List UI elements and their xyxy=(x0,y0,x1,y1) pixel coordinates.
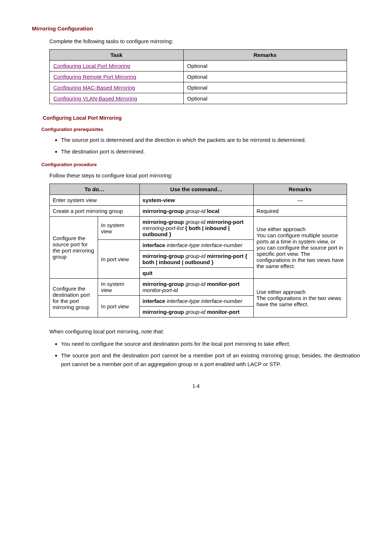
cmd-keyword: mirroring-group xyxy=(143,281,184,287)
cmd-arg: mirroring-port-list xyxy=(143,225,184,231)
prereq-list: The source port is determined and the di… xyxy=(61,136,360,156)
steps-header-remarks: Remarks xyxy=(253,184,347,195)
task-link-local[interactable]: Configuring Local Port Mirroring xyxy=(53,63,130,69)
cmd-keyword: mirroring-port xyxy=(207,219,244,225)
cmd-arg: interface-type interface-number xyxy=(167,242,242,248)
prereq-heading: Configuration prerequisites xyxy=(41,127,360,132)
cmd-arg: group-id xyxy=(185,309,205,315)
cmd-keyword: quit xyxy=(143,270,153,276)
tasks-table: Task Remarks Configuring Local Port Mirr… xyxy=(49,49,347,104)
cmd-keyword: interface xyxy=(143,298,166,304)
step-enter-remarks: — xyxy=(253,195,347,206)
steps-table: To do… Use the command… Remarks Enter sy… xyxy=(49,184,347,317)
step-enter-todo: Enter system view xyxy=(50,195,140,206)
step-dst-sys-cmd: mirroring-group group-id monitor-port mo… xyxy=(139,279,253,296)
step-dst-portview: In port view xyxy=(98,296,139,317)
section-heading-config: Mirroring Configuration xyxy=(32,25,360,32)
step-src-port-cmd: mirroring-group group-id mirroring-port … xyxy=(139,251,253,268)
step-dst-iface: interface interface-type interface-numbe… xyxy=(139,296,253,307)
procedure-heading: Configuration procedure xyxy=(41,162,360,167)
cmd-keyword: mirroring-port xyxy=(207,253,244,259)
step-src-quit: quit xyxy=(139,268,253,279)
tasks-header-remarks: Remarks xyxy=(183,50,347,61)
step-dst-port-cmd: mirroring-group group-id monitor-port xyxy=(139,307,253,317)
cmd-keyword: mirroring-group xyxy=(143,309,184,315)
step-create-cmd: mirroring-group group-id local xyxy=(139,206,253,217)
step-src-portview: In port view xyxy=(98,240,139,279)
step-dst-remarks: Use either approach The configurations i… xyxy=(253,279,347,317)
subsection-local: Configuring Local Port Mirroring xyxy=(32,115,360,121)
steps-header-command: Use the command… xyxy=(139,184,253,195)
cmd-keyword: mirroring-group xyxy=(143,208,184,214)
task-link-mac[interactable]: Configuring MAC-Based Mirroring xyxy=(53,85,135,91)
cmd-arg: group-id xyxy=(185,253,205,259)
step-dst-sysview: In system view xyxy=(98,279,139,296)
cmd-keyword: interface xyxy=(143,242,166,248)
cmd-arg: group-id xyxy=(185,219,205,225)
step-create-remarks: Required xyxy=(253,206,347,217)
follow-text: Follow these steps to configure local po… xyxy=(49,172,360,178)
task-remarks: Optional xyxy=(183,82,347,93)
note-list: You need to configure the source and des… xyxy=(61,340,360,369)
cmd-keyword: local xyxy=(207,208,219,214)
task-remarks: Optional xyxy=(183,61,347,71)
cmd-keyword: mirroring-group xyxy=(143,219,184,225)
task-remarks: Optional xyxy=(183,71,347,82)
note-item: The source port and the destination port… xyxy=(61,351,360,369)
prereq-item: The destination port is determined. xyxy=(61,147,360,156)
cmd-arg: group-id xyxy=(185,281,205,287)
cmd-arg: interface-type interface-number xyxy=(167,298,242,304)
note-intro: When configuring local port mirroring, n… xyxy=(49,328,360,335)
step-src-todo: Configure the source port for the port m… xyxy=(50,217,98,279)
step-create-todo: Create a port mirroring group xyxy=(50,206,140,217)
step-src-iface: interface interface-type interface-numbe… xyxy=(139,240,253,251)
note-item: You need to configure the source and des… xyxy=(61,340,360,348)
cmd-keyword: monitor-port xyxy=(207,309,240,315)
steps-header-todo: To do… xyxy=(50,184,140,195)
task-remarks: Optional xyxy=(183,93,347,104)
step-src-remarks: Use either approach You can configure mu… xyxy=(253,217,347,279)
step-src-sys-cmd: mirroring-group group-id mirroring-port … xyxy=(139,217,253,240)
step-enter-cmd: system-view xyxy=(139,195,253,206)
cmd-keyword: system-view xyxy=(143,197,175,203)
task-link-remote[interactable]: Configuring Remote Port Mirroring xyxy=(53,74,136,80)
cmd-keyword: monitor-port xyxy=(207,281,240,287)
cmd-arg: monitor-port-id xyxy=(143,287,178,293)
task-link-vlan[interactable]: Configuring VLAN-Based Mirroring xyxy=(53,95,137,102)
cmd-keyword: mirroring-group xyxy=(143,253,184,259)
intro-text: Complete the following tasks to configur… xyxy=(49,38,360,44)
step-dst-todo: Configure the destination port for the p… xyxy=(50,279,98,317)
prereq-item: The source port is determined and the di… xyxy=(61,136,360,144)
page-number: 1-4 xyxy=(32,383,360,389)
step-src-sysview: In system view xyxy=(98,217,139,240)
cmd-arg: group-id xyxy=(185,208,205,214)
tasks-header-task: Task xyxy=(50,50,184,61)
